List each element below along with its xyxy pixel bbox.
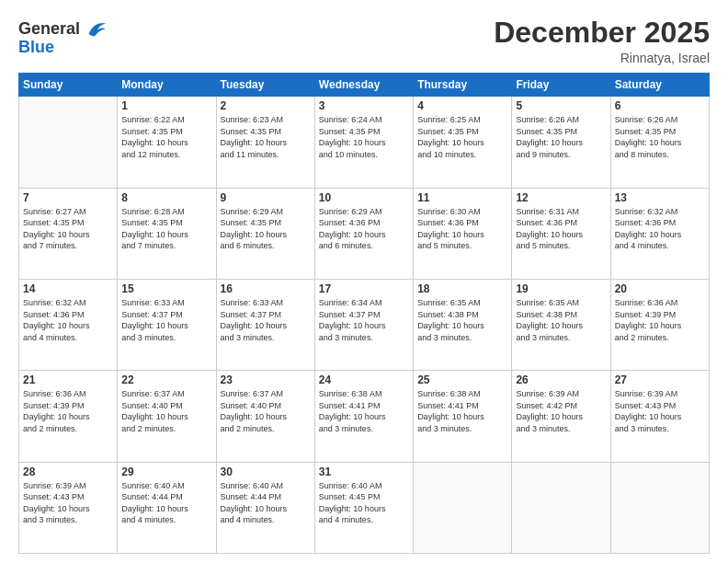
calendar-body: 1Sunrise: 6:22 AM Sunset: 4:35 PM Daylig… [19,97,710,554]
day-number: 22 [121,373,211,386]
day-number: 11 [417,191,507,204]
day-info: Sunrise: 6:38 AM Sunset: 4:41 PM Dayligh… [319,388,409,434]
calendar-cell: 10Sunrise: 6:29 AM Sunset: 4:36 PM Dayli… [314,188,413,279]
calendar-cell: 3Sunrise: 6:24 AM Sunset: 4:35 PM Daylig… [314,97,413,188]
day-info: Sunrise: 6:32 AM Sunset: 4:36 PM Dayligh… [615,206,705,252]
day-info: Sunrise: 6:26 AM Sunset: 4:35 PM Dayligh… [615,114,705,160]
day-headers-row: SundayMondayTuesdayWednesdayThursdayFrid… [19,74,710,97]
calendar-cell: 6Sunrise: 6:26 AM Sunset: 4:35 PM Daylig… [610,97,709,188]
day-info: Sunrise: 6:40 AM Sunset: 4:45 PM Dayligh… [319,480,409,526]
day-info: Sunrise: 6:23 AM Sunset: 4:35 PM Dayligh… [221,114,311,160]
day-info: Sunrise: 6:22 AM Sunset: 4:35 PM Dayligh… [121,114,211,160]
day-info: Sunrise: 6:25 AM Sunset: 4:35 PM Dayligh… [417,114,507,160]
day-number: 9 [221,191,311,204]
calendar-week-5: 28Sunrise: 6:39 AM Sunset: 4:43 PM Dayli… [19,462,710,553]
day-info: Sunrise: 6:31 AM Sunset: 4:36 PM Dayligh… [516,206,606,252]
day-number: 30 [221,465,311,478]
calendar-cell: 1Sunrise: 6:22 AM Sunset: 4:35 PM Daylig… [118,97,216,188]
page: General Blue December 2025 Rinnatya, Isr… [0,0,728,563]
day-info: Sunrise: 6:37 AM Sunset: 4:40 PM Dayligh… [221,388,311,434]
day-info: Sunrise: 6:34 AM Sunset: 4:37 PM Dayligh… [319,297,409,343]
day-info: Sunrise: 6:35 AM Sunset: 4:38 PM Dayligh… [516,297,606,343]
day-info: Sunrise: 6:37 AM Sunset: 4:40 PM Dayligh… [121,388,211,434]
day-info: Sunrise: 6:33 AM Sunset: 4:37 PM Dayligh… [221,297,311,343]
day-info: Sunrise: 6:36 AM Sunset: 4:39 PM Dayligh… [23,388,113,434]
calendar-cell: 5Sunrise: 6:26 AM Sunset: 4:35 PM Daylig… [512,97,610,188]
calendar-cell: 18Sunrise: 6:35 AM Sunset: 4:38 PM Dayli… [414,279,512,370]
day-number: 24 [319,373,409,386]
calendar-cell: 27Sunrise: 6:39 AM Sunset: 4:43 PM Dayli… [610,371,709,462]
day-number: 19 [516,282,606,295]
day-number: 16 [221,282,311,295]
day-number: 3 [319,99,409,112]
day-info: Sunrise: 6:38 AM Sunset: 4:41 PM Dayligh… [417,388,507,434]
calendar-cell: 8Sunrise: 6:28 AM Sunset: 4:35 PM Daylig… [118,188,216,279]
day-header-monday: Monday [118,74,216,97]
calendar-cell: 21Sunrise: 6:36 AM Sunset: 4:39 PM Dayli… [19,371,118,462]
logo-text-blue: Blue [18,39,54,57]
day-number: 14 [23,282,113,295]
day-number: 1 [121,99,211,112]
calendar-cell: 4Sunrise: 6:25 AM Sunset: 4:35 PM Daylig… [414,97,512,188]
calendar-cell: 9Sunrise: 6:29 AM Sunset: 4:35 PM Daylig… [216,188,314,279]
calendar-week-2: 7Sunrise: 6:27 AM Sunset: 4:35 PM Daylig… [19,188,710,279]
logo-bird-icon [82,17,108,42]
day-number: 31 [319,465,409,478]
day-info: Sunrise: 6:40 AM Sunset: 4:44 PM Dayligh… [121,480,211,526]
day-number: 27 [615,373,705,386]
day-number: 28 [23,465,113,478]
day-info: Sunrise: 6:28 AM Sunset: 4:35 PM Dayligh… [121,206,211,252]
day-info: Sunrise: 6:27 AM Sunset: 4:35 PM Dayligh… [23,206,113,252]
day-info: Sunrise: 6:29 AM Sunset: 4:36 PM Dayligh… [319,206,409,252]
calendar-cell: 30Sunrise: 6:40 AM Sunset: 4:44 PM Dayli… [216,462,314,553]
calendar-cell: 14Sunrise: 6:32 AM Sunset: 4:36 PM Dayli… [19,279,118,370]
calendar-cell: 19Sunrise: 6:35 AM Sunset: 4:38 PM Dayli… [512,279,610,370]
day-header-tuesday: Tuesday [216,74,314,97]
day-info: Sunrise: 6:29 AM Sunset: 4:35 PM Dayligh… [221,206,311,252]
day-info: Sunrise: 6:40 AM Sunset: 4:44 PM Dayligh… [221,480,311,526]
header: General Blue December 2025 Rinnatya, Isr… [18,17,710,65]
day-number: 26 [516,373,606,386]
calendar-cell: 22Sunrise: 6:37 AM Sunset: 4:40 PM Dayli… [118,371,216,462]
calendar-cell: 11Sunrise: 6:30 AM Sunset: 4:36 PM Dayli… [414,188,512,279]
calendar-header: SundayMondayTuesdayWednesdayThursdayFrid… [19,74,710,97]
calendar-week-3: 14Sunrise: 6:32 AM Sunset: 4:36 PM Dayli… [19,279,710,370]
title-section: December 2025 Rinnatya, Israel [494,17,710,65]
day-number: 18 [417,282,507,295]
calendar-cell: 7Sunrise: 6:27 AM Sunset: 4:35 PM Daylig… [19,188,118,279]
day-info: Sunrise: 6:35 AM Sunset: 4:38 PM Dayligh… [417,297,507,343]
day-number: 21 [23,373,113,386]
day-number: 8 [121,191,211,204]
day-info: Sunrise: 6:39 AM Sunset: 4:43 PM Dayligh… [615,388,705,434]
day-number: 10 [319,191,409,204]
calendar-cell [414,462,512,553]
calendar-cell: 25Sunrise: 6:38 AM Sunset: 4:41 PM Dayli… [414,371,512,462]
calendar-cell: 28Sunrise: 6:39 AM Sunset: 4:43 PM Dayli… [19,462,118,553]
day-header-saturday: Saturday [610,74,709,97]
day-number: 17 [319,282,409,295]
calendar-cell: 13Sunrise: 6:32 AM Sunset: 4:36 PM Dayli… [610,188,709,279]
day-info: Sunrise: 6:39 AM Sunset: 4:42 PM Dayligh… [516,388,606,434]
calendar-table: SundayMondayTuesdayWednesdayThursdayFrid… [18,73,710,554]
logo-text-general: General [18,20,80,39]
logo: General Blue [18,17,108,57]
calendar-cell: 29Sunrise: 6:40 AM Sunset: 4:44 PM Dayli… [118,462,216,553]
calendar-cell: 15Sunrise: 6:33 AM Sunset: 4:37 PM Dayli… [118,279,216,370]
day-header-wednesday: Wednesday [314,74,413,97]
calendar-cell: 12Sunrise: 6:31 AM Sunset: 4:36 PM Dayli… [512,188,610,279]
day-number: 12 [516,191,606,204]
day-info: Sunrise: 6:30 AM Sunset: 4:36 PM Dayligh… [417,206,507,252]
day-number: 25 [417,373,507,386]
calendar-cell [512,462,610,553]
day-number: 29 [121,465,211,478]
day-number: 15 [121,282,211,295]
calendar-cell: 23Sunrise: 6:37 AM Sunset: 4:40 PM Dayli… [216,371,314,462]
calendar-week-4: 21Sunrise: 6:36 AM Sunset: 4:39 PM Dayli… [19,371,710,462]
calendar-cell: 24Sunrise: 6:38 AM Sunset: 4:41 PM Dayli… [314,371,413,462]
day-info: Sunrise: 6:36 AM Sunset: 4:39 PM Dayligh… [615,297,705,343]
day-header-thursday: Thursday [414,74,512,97]
calendar-cell [610,462,709,553]
day-info: Sunrise: 6:32 AM Sunset: 4:36 PM Dayligh… [23,297,113,343]
day-info: Sunrise: 6:26 AM Sunset: 4:35 PM Dayligh… [516,114,606,160]
calendar-cell [19,97,118,188]
